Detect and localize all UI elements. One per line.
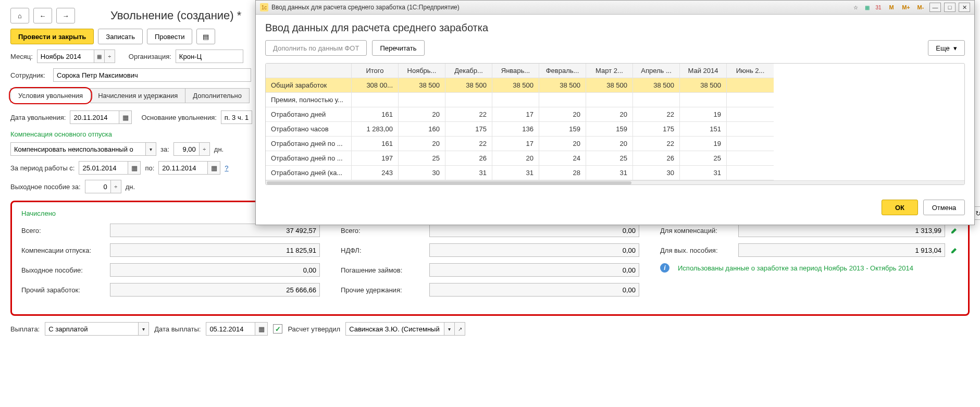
data-cell[interactable] [727, 151, 774, 166]
calendar-icon[interactable]: ▦ [208, 161, 220, 175]
org-input[interactable] [176, 50, 243, 63]
tab-conditions[interactable]: Условия увольнения [10, 88, 91, 103]
data-cell[interactable]: 160 [399, 122, 445, 137]
close-button[interactable]: ✕ [959, 3, 970, 12]
data-cell[interactable]: 20 [586, 137, 633, 151]
help-link[interactable]: ? [225, 164, 228, 172]
fill-button[interactable]: Дополнить по данным ФОТ [265, 40, 367, 56]
data-cell[interactable]: 175 [445, 122, 492, 137]
m-minus-button[interactable]: M- [915, 3, 926, 12]
data-cell[interactable] [399, 93, 445, 107]
paydate-input[interactable] [206, 322, 255, 336]
data-cell[interactable] [539, 93, 586, 107]
table-row[interactable]: Отработано дней по ...16120221720202219 [266, 137, 964, 151]
cancel-button[interactable]: Отмена [923, 200, 965, 215]
data-cell[interactable]: 243 [352, 166, 399, 180]
ok-button[interactable]: ОК [882, 200, 918, 215]
fire-date-input[interactable] [70, 110, 119, 124]
data-cell[interactable]: 30 [399, 166, 445, 180]
home-button[interactable]: ⌂ [10, 8, 29, 23]
data-cell[interactable]: 38 500 [445, 78, 492, 93]
data-cell[interactable]: 20 [586, 107, 633, 122]
data-cell[interactable]: 38 500 [680, 78, 727, 93]
open-icon[interactable]: ↗ [455, 322, 465, 336]
data-cell[interactable]: 22 [633, 107, 680, 122]
more-button[interactable]: Еще ▾ [928, 40, 965, 56]
employee-input[interactable] [53, 68, 251, 82]
favorite-icon[interactable]: ☆ [851, 3, 860, 11]
calendar31-icon[interactable]: 31 [874, 3, 883, 11]
data-cell[interactable]: 24 [539, 151, 586, 166]
column-header[interactable]: Июнь 2... [727, 64, 774, 78]
spinner-icon[interactable]: ÷ [200, 142, 210, 156]
comp-days-input[interactable] [173, 142, 200, 156]
extra-action-button[interactable]: ▤ [196, 29, 215, 44]
period-to-input[interactable] [158, 161, 208, 175]
minimize-button[interactable]: — [929, 3, 941, 12]
payout-select[interactable] [45, 322, 139, 336]
data-cell[interactable]: 31 [445, 166, 492, 180]
column-header[interactable]: Февраль... [539, 64, 586, 78]
column-header[interactable]: Январь... [492, 64, 539, 78]
data-cell[interactable]: 20 [399, 107, 445, 122]
data-cell[interactable]: 19 [680, 137, 727, 151]
forward-button[interactable]: → [56, 8, 75, 23]
data-cell[interactable] [445, 93, 492, 107]
save-button[interactable]: Записать [98, 29, 143, 44]
data-cell[interactable]: 38 500 [492, 78, 539, 93]
data-cell[interactable]: 22 [633, 137, 680, 151]
data-cell[interactable]: 31 [680, 166, 727, 180]
data-cell[interactable] [492, 93, 539, 107]
data-cell[interactable]: 22 [445, 137, 492, 151]
comp-type-select[interactable] [10, 142, 146, 156]
dialog-titlebar[interactable]: 1c Ввод данных для расчета среднего зара… [256, 1, 974, 15]
data-cell[interactable]: 31 [586, 166, 633, 180]
m-plus-button[interactable]: M+ [900, 3, 912, 12]
month-spinner-icon[interactable]: ÷ [105, 50, 115, 63]
dropdown-icon[interactable]: ▾ [146, 142, 156, 156]
table-row[interactable]: Отработано дней (ка...24330313128313031 [266, 166, 964, 180]
month-picker-icon[interactable]: ▦ [94, 50, 105, 63]
data-cell[interactable]: 38 500 [399, 78, 445, 93]
table-row[interactable]: Отработано часов1 283,001601751361591591… [266, 122, 964, 137]
approved-checkbox[interactable]: ✓ [273, 324, 282, 334]
data-cell[interactable]: 25 [399, 151, 445, 166]
data-cell[interactable]: 28 [539, 166, 586, 180]
data-cell[interactable]: 20 [539, 137, 586, 151]
data-cell[interactable]: 20 [492, 151, 539, 166]
dropdown-icon[interactable]: ▾ [444, 322, 455, 336]
data-cell[interactable]: 25 [680, 151, 727, 166]
data-cell[interactable]: 308 00... [352, 78, 399, 93]
data-cell[interactable]: 26 [633, 151, 680, 166]
column-header[interactable]: Май 2014 [680, 64, 727, 78]
horizontal-scrollbar[interactable] [266, 180, 964, 184]
data-cell[interactable] [586, 93, 633, 107]
data-cell[interactable]: 38 500 [633, 78, 680, 93]
data-cell[interactable] [727, 137, 774, 151]
table-row[interactable]: Общий заработок308 00...38 50038 50038 5… [266, 78, 964, 93]
recalc-button[interactable]: Перечитать [372, 40, 424, 56]
data-cell[interactable]: 30 [633, 166, 680, 180]
data-cell[interactable] [727, 166, 774, 180]
calendar-icon[interactable]: ▦ [119, 110, 132, 124]
data-cell[interactable]: 31 [492, 166, 539, 180]
pencil-icon[interactable] [950, 226, 959, 235]
column-header[interactable]: Итого [352, 64, 399, 78]
tab-additional[interactable]: Дополнительно [185, 88, 250, 103]
severance-days-input[interactable] [85, 180, 111, 193]
back-button[interactable]: ← [33, 8, 52, 23]
data-cell[interactable] [727, 122, 774, 137]
calendar-icon[interactable]: ▦ [255, 322, 268, 336]
data-cell[interactable]: 159 [586, 122, 633, 137]
data-cell[interactable] [633, 93, 680, 107]
table-row[interactable]: Отработано дней по ...19725262024252625 [266, 151, 964, 166]
column-header[interactable]: Апрель ... [633, 64, 680, 78]
data-cell[interactable]: 17 [492, 137, 539, 151]
data-cell[interactable] [727, 78, 774, 93]
tab-accruals[interactable]: Начисления и удержания [90, 88, 185, 103]
data-cell[interactable]: 17 [492, 107, 539, 122]
data-cell[interactable]: 38 500 [586, 78, 633, 93]
data-cell[interactable]: 1 283,00 [352, 122, 399, 137]
data-cell[interactable] [352, 93, 399, 107]
period-from-input[interactable] [79, 161, 128, 175]
